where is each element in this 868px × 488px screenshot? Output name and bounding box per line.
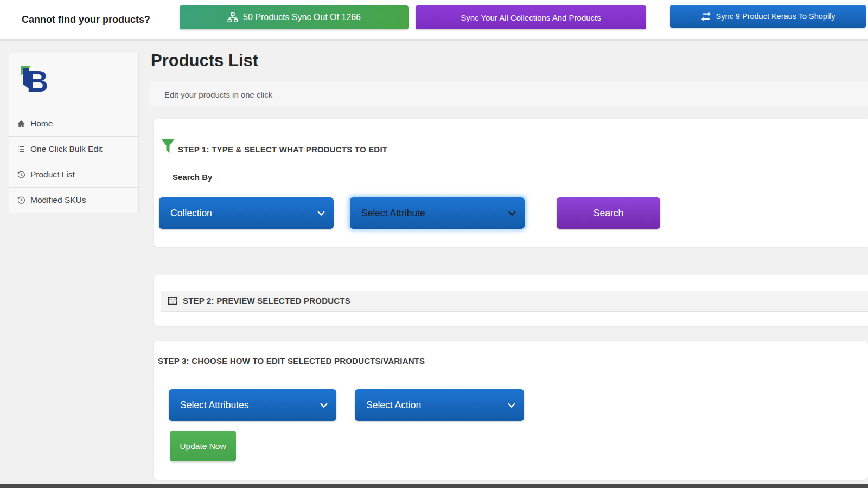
cannot-find-products-text: Cannot find your products? — [22, 0, 150, 39]
list-icon — [16, 145, 25, 154]
logo-b-icon: B — [15, 61, 50, 97]
sidebar-item-label: Product List — [30, 170, 75, 179]
chevron-down-icon — [508, 402, 515, 408]
step1-heading: STEP 1: TYPE & SELECT WHAT PRODUCTS TO E… — [178, 145, 387, 154]
sidebar-item-modified-skus[interactable]: Modified SKUs — [9, 188, 138, 213]
sidebar-item-product-list[interactable]: Product List — [9, 162, 138, 188]
sync-to-shopify-label: Sync 9 Product Keraus To Shopify — [716, 12, 835, 21]
sync-all-collections-button[interactable]: Sync Your All Collections And Products — [416, 5, 646, 29]
chevron-down-icon — [508, 210, 516, 216]
sidebar-item-label: Modified SKUs — [30, 195, 86, 205]
search-button[interactable]: Search — [557, 197, 660, 229]
window-bottom-edge — [0, 484, 868, 488]
sidebar-item-label: Home — [30, 119, 53, 129]
attribute-selected-value: Select Attribute — [361, 208, 425, 219]
step3-heading: STEP 3: CHOOSE HOW TO EDIT SELECTED PROD… — [158, 356, 425, 365]
sitemap-icon — [227, 12, 238, 23]
edit-action-selected-value: Select Action — [366, 400, 421, 411]
app-logo[interactable]: B — [9, 53, 138, 111]
products-sync-status-label: 50 Products Sync Out Of 1266 — [243, 12, 361, 22]
chevron-down-icon — [320, 402, 328, 408]
search-type-select[interactable]: Collection — [159, 197, 334, 229]
step2-heading: STEP 2: PREVIEW SELECTED PRODUCTS — [183, 296, 350, 305]
sidebar-item-label: One Click Bulk Edit — [30, 144, 103, 154]
attribute-select[interactable]: Select Attribute — [350, 197, 525, 229]
filter-icon — [161, 138, 175, 157]
history-icon — [16, 170, 25, 179]
top-bar: Cannot find your products? 50 Products S… — [0, 0, 868, 41]
page-subtitle-bar: Edit your products in one click — [149, 82, 868, 106]
edit-action-select[interactable]: Select Action — [355, 389, 524, 421]
products-sync-status-button[interactable]: 50 Products Sync Out Of 1266 — [180, 5, 409, 29]
home-icon — [16, 119, 25, 129]
history-icon — [16, 196, 25, 205]
svg-text:B: B — [27, 64, 48, 97]
edit-attributes-select[interactable]: Select Attributes — [169, 389, 336, 421]
sidebar-item-one-click-bulk-edit[interactable]: One Click Bulk Edit — [9, 137, 138, 162]
page-subtitle: Edit your products in one click — [164, 90, 272, 99]
step2-header[interactable]: STEP 2: PREVIEW SELECTED PRODUCTS — [161, 291, 868, 312]
sync-all-collections-label: Sync Your All Collections And Products — [461, 13, 601, 22]
sidebar-item-home[interactable]: Home — [9, 111, 138, 137]
search-type-selected-value: Collection — [170, 208, 212, 219]
search-by-label: Search By — [173, 172, 212, 182]
table-icon — [168, 297, 177, 305]
sync-to-shopify-button[interactable]: Sync 9 Product Keraus To Shopify — [670, 5, 866, 28]
sidebar: B Home One Click Bulk Edit — [9, 53, 139, 213]
app-window: Cannot find your products? 50 Products S… — [0, 0, 868, 488]
step2-card: STEP 2: PREVIEW SELECTED PRODUCTS — [154, 275, 868, 326]
edit-attributes-selected-value: Select Attributes — [180, 400, 248, 411]
update-now-button[interactable]: Update Now — [170, 431, 236, 461]
chevron-down-icon — [317, 210, 325, 216]
step1-card: STEP 1: TYPE & SELECT WHAT PRODUCTS TO E… — [154, 119, 868, 247]
exchange-icon — [701, 12, 711, 21]
step3-card: STEP 3: CHOOSE HOW TO EDIT SELECTED PROD… — [154, 341, 868, 480]
page-title: Products List — [151, 51, 258, 70]
